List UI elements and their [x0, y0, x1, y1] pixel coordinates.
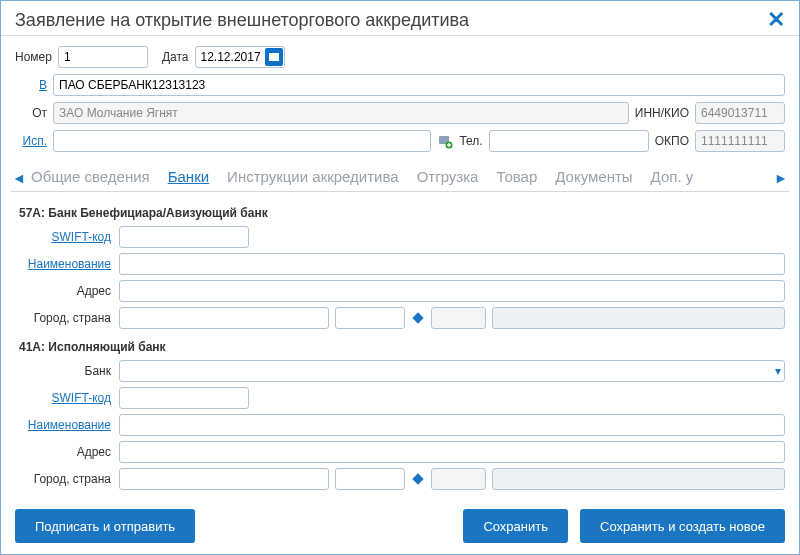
inn-input: [695, 102, 785, 124]
name-41-input[interactable]: [119, 414, 785, 436]
calendar-icon[interactable]: [265, 48, 283, 66]
address-57-label: Адрес: [15, 284, 113, 298]
tab-scroll-left-icon[interactable]: ◄: [11, 166, 27, 190]
swift-41-input[interactable]: [119, 387, 249, 409]
sign-send-button[interactable]: Подписать и отправить: [15, 509, 195, 543]
svg-rect-2: [412, 312, 423, 323]
tel-input[interactable]: [489, 130, 649, 152]
country-name-57-input: [492, 307, 785, 329]
tabs-container: ◄ Общие сведения Банки Инструкции аккред…: [11, 164, 789, 192]
country-lookup-57-icon[interactable]: [411, 311, 425, 325]
section-57a-title: 57А: Банк Бенефициара/Авизующий банк: [19, 206, 785, 220]
number-input[interactable]: [58, 46, 148, 68]
titlebar: Заявление на открытие внешнеторгового ак…: [1, 1, 799, 36]
postcode-41-input[interactable]: [335, 468, 405, 490]
swift-57-input[interactable]: [119, 226, 249, 248]
name-57-input[interactable]: [119, 253, 785, 275]
name-41-link[interactable]: Наименование: [15, 418, 113, 432]
in-link[interactable]: В: [15, 78, 47, 92]
close-icon[interactable]: ✕: [765, 9, 787, 31]
tab-documents[interactable]: Документы: [555, 168, 632, 185]
save-new-button[interactable]: Сохранить и создать новое: [580, 509, 785, 543]
okpo-input: [695, 130, 785, 152]
okpo-label: ОКПО: [655, 134, 689, 148]
content-area: Номер Дата В От ИНН/КИО Исп. Тел.: [1, 36, 799, 495]
tabs: Общие сведения Банки Инструкции аккредит…: [27, 164, 773, 191]
city-57-input[interactable]: [119, 307, 329, 329]
swift-41-link[interactable]: SWIFT-код: [15, 391, 113, 405]
dialog-window: Заявление на открытие внешнеторгового ак…: [0, 0, 800, 555]
tab-scroll-right-icon[interactable]: ►: [773, 166, 789, 190]
city-41-label: Город, страна: [15, 472, 113, 486]
city-57-label: Город, страна: [15, 311, 113, 325]
tab-instructions[interactable]: Инструкции аккредитива: [227, 168, 399, 185]
bank-41-select[interactable]: [119, 360, 785, 382]
tab-shipment[interactable]: Отгрузка: [417, 168, 479, 185]
add-contact-icon[interactable]: [437, 133, 453, 149]
section-41a: Банк ▾ SWIFT-код Наименование Адрес Горо…: [15, 360, 785, 495]
from-input: [53, 102, 629, 124]
address-41-label: Адрес: [15, 445, 113, 459]
country-code-57-input: [431, 307, 486, 329]
tab-banks[interactable]: Банки: [168, 168, 209, 185]
chevron-down-icon[interactable]: ▾: [775, 364, 781, 378]
tel-label: Тел.: [459, 134, 482, 148]
bank-41-label: Банк: [15, 364, 113, 378]
in-input[interactable]: [53, 74, 785, 96]
address-57-input[interactable]: [119, 280, 785, 302]
country-lookup-41-icon[interactable]: [411, 472, 425, 486]
section-41a-title: 41А: Исполняющий банк: [19, 340, 785, 354]
isp-input[interactable]: [53, 130, 431, 152]
save-button[interactable]: Сохранить: [463, 509, 568, 543]
postcode-57-input[interactable]: [335, 307, 405, 329]
isp-link[interactable]: Исп.: [15, 134, 47, 148]
date-label: Дата: [162, 50, 189, 64]
tab-general[interactable]: Общие сведения: [31, 168, 150, 185]
country-name-41-input: [492, 468, 785, 490]
tab-goods[interactable]: Товар: [496, 168, 537, 185]
number-label: Номер: [15, 50, 52, 64]
section-57a: SWIFT-код Наименование Адрес Город, стра…: [15, 226, 785, 334]
footer: Подписать и отправить Сохранить Сохранит…: [1, 495, 799, 555]
svg-rect-3: [412, 473, 423, 484]
address-41-input[interactable]: [119, 441, 785, 463]
name-57-link[interactable]: Наименование: [15, 257, 113, 271]
country-code-41-input: [431, 468, 486, 490]
from-label: От: [15, 106, 47, 120]
swift-57-link[interactable]: SWIFT-код: [15, 230, 113, 244]
inn-label: ИНН/КИО: [635, 106, 689, 120]
city-41-input[interactable]: [119, 468, 329, 490]
tab-additional[interactable]: Доп. у: [651, 168, 694, 185]
window-title: Заявление на открытие внешнеторгового ак…: [15, 10, 469, 31]
